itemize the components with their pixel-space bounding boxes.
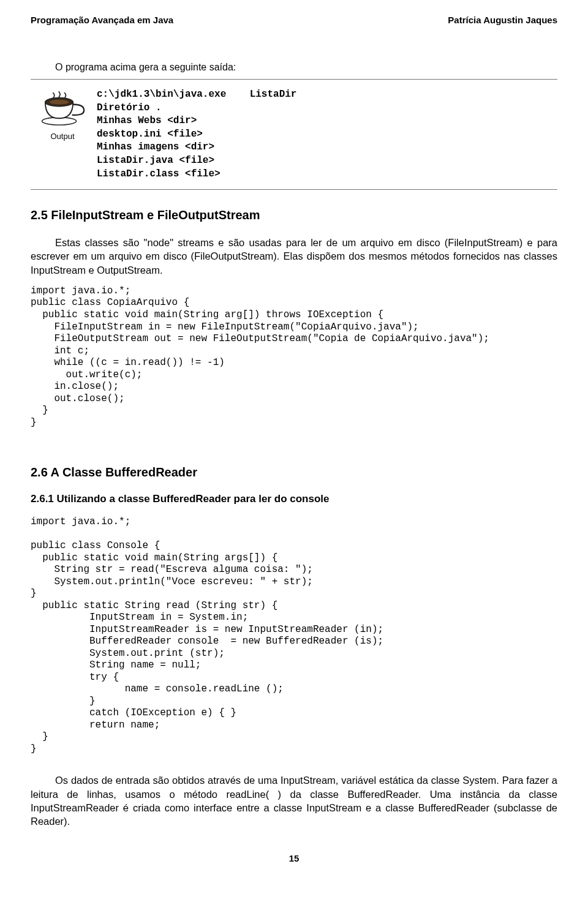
section-2-6-para: Os dados de entrada são obtidos através … — [31, 773, 557, 828]
output-console-text: c:\jdk1.3\bin\java.exe ListaDir Diretóri… — [97, 88, 296, 181]
header-left: Programação Avançada em Java — [31, 15, 173, 25]
section-2-6-1-title: 2.6.1 Utilizando a classe BufferedReader… — [31, 493, 557, 505]
intro-text: O programa acima gera a seguinte saída: — [55, 62, 557, 73]
section-2-5-title: 2.5 FileInputStream e FileOutputStream — [31, 208, 557, 222]
code-block-console: import java.io.*; public class Console {… — [31, 516, 557, 755]
output-box: Output c:\jdk1.3\bin\java.exe ListaDir D… — [31, 79, 557, 190]
page-header: Programação Avançada em Java Patrícia Au… — [31, 15, 557, 25]
output-label: Output — [50, 132, 74, 141]
section-2-5-para: Estas classes são "node" streams e são u… — [31, 236, 557, 277]
section-2-6-title: 2.6 A Classe BufferedReader — [31, 465, 557, 479]
svg-point-2 — [50, 100, 69, 105]
page-number: 15 — [31, 853, 557, 863]
code-block-copiaarquivo: import java.io.*; public class CopiaArqu… — [31, 285, 557, 429]
cup-icon — [39, 88, 86, 130]
output-icon-container: Output — [37, 88, 88, 141]
header-right: Patrícia Augustin Jaques — [448, 15, 557, 25]
